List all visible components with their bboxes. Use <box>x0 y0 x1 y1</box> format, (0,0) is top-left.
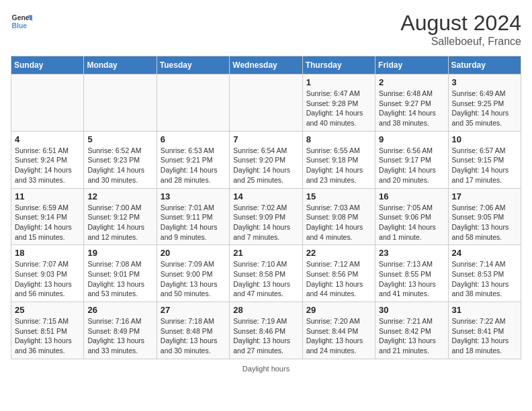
calendar-cell: 24Sunrise: 7:14 AM Sunset: 8:53 PM Dayli… <box>448 245 521 302</box>
day-number: 30 <box>379 305 444 315</box>
day-number: 10 <box>452 134 517 144</box>
day-number: 27 <box>161 305 226 315</box>
title-block: August 2024 Salleboeuf, France <box>400 11 521 48</box>
location-title: Salleboeuf, France <box>400 36 521 48</box>
day-info: Sunrise: 7:01 AM Sunset: 9:11 PM Dayligh… <box>161 203 226 242</box>
header-monday: Monday <box>84 56 157 75</box>
calendar-cell: 19Sunrise: 7:08 AM Sunset: 9:01 PM Dayli… <box>84 245 157 302</box>
calendar-cell: 21Sunrise: 7:10 AM Sunset: 8:58 PM Dayli… <box>230 245 302 302</box>
day-info: Sunrise: 6:53 AM Sunset: 9:21 PM Dayligh… <box>161 146 226 185</box>
header-thursday: Thursday <box>302 56 375 75</box>
day-number: 17 <box>452 191 517 201</box>
day-number: 22 <box>306 248 371 258</box>
calendar-cell: 29Sunrise: 7:20 AM Sunset: 8:44 PM Dayli… <box>302 302 375 359</box>
day-info: Sunrise: 6:47 AM Sunset: 9:28 PM Dayligh… <box>306 89 371 128</box>
day-number: 4 <box>15 134 80 144</box>
day-number: 28 <box>233 305 298 315</box>
day-info: Sunrise: 7:20 AM Sunset: 8:44 PM Dayligh… <box>306 316 371 356</box>
day-info: Sunrise: 6:51 AM Sunset: 9:24 PM Dayligh… <box>15 146 80 185</box>
calendar-cell: 22Sunrise: 7:12 AM Sunset: 8:56 PM Dayli… <box>302 245 375 302</box>
calendar-cell: 2Sunrise: 6:48 AM Sunset: 9:27 PM Daylig… <box>375 75 448 132</box>
calendar-cell: 12Sunrise: 7:00 AM Sunset: 9:12 PM Dayli… <box>84 188 157 245</box>
calendar-cell <box>84 75 157 132</box>
calendar-cell: 4Sunrise: 6:51 AM Sunset: 9:24 PM Daylig… <box>11 131 84 188</box>
calendar-cell: 16Sunrise: 7:05 AM Sunset: 9:06 PM Dayli… <box>375 188 448 245</box>
calendar-cell: 31Sunrise: 7:22 AM Sunset: 8:41 PM Dayli… <box>448 302 521 359</box>
day-number: 13 <box>161 191 226 201</box>
day-info: Sunrise: 7:00 AM Sunset: 9:12 PM Dayligh… <box>87 203 152 242</box>
day-info: Sunrise: 7:09 AM Sunset: 9:00 PM Dayligh… <box>161 259 226 299</box>
calendar-cell: 30Sunrise: 7:21 AM Sunset: 8:42 PM Dayli… <box>375 302 448 359</box>
day-info: Sunrise: 6:49 AM Sunset: 9:25 PM Dayligh… <box>452 89 517 128</box>
calendar-cell: 18Sunrise: 7:07 AM Sunset: 9:03 PM Dayli… <box>11 245 84 302</box>
header-tuesday: Tuesday <box>157 56 229 75</box>
calendar-cell: 8Sunrise: 6:55 AM Sunset: 9:18 PM Daylig… <box>302 131 375 188</box>
calendar-cell <box>157 75 229 132</box>
calendar-cell: 7Sunrise: 6:54 AM Sunset: 9:20 PM Daylig… <box>230 131 302 188</box>
month-year-title: August 2024 <box>400 11 521 36</box>
day-number: 15 <box>306 191 371 201</box>
calendar-cell: 26Sunrise: 7:16 AM Sunset: 8:49 PM Dayli… <box>84 302 157 359</box>
day-number: 8 <box>306 134 371 144</box>
day-info: Sunrise: 7:10 AM Sunset: 8:58 PM Dayligh… <box>233 259 298 299</box>
day-info: Sunrise: 7:15 AM Sunset: 8:51 PM Dayligh… <box>15 316 80 356</box>
calendar-cell: 13Sunrise: 7:01 AM Sunset: 9:11 PM Dayli… <box>157 188 229 245</box>
header-saturday: Saturday <box>448 56 521 75</box>
day-info: Sunrise: 7:03 AM Sunset: 9:08 PM Dayligh… <box>306 203 371 242</box>
day-number: 7 <box>233 134 298 144</box>
calendar-cell: 1Sunrise: 6:47 AM Sunset: 9:28 PM Daylig… <box>302 75 375 132</box>
header-wednesday: Wednesday <box>230 56 302 75</box>
day-info: Sunrise: 7:21 AM Sunset: 8:42 PM Dayligh… <box>379 316 444 356</box>
calendar-cell: 28Sunrise: 7:19 AM Sunset: 8:46 PM Dayli… <box>230 302 302 359</box>
day-info: Sunrise: 7:02 AM Sunset: 9:09 PM Dayligh… <box>233 203 298 242</box>
calendar-week-row: 1Sunrise: 6:47 AM Sunset: 9:28 PM Daylig… <box>11 75 521 132</box>
day-info: Sunrise: 6:56 AM Sunset: 9:17 PM Dayligh… <box>379 146 444 185</box>
calendar-header-row: SundayMondayTuesdayWednesdayThursdayFrid… <box>11 56 521 75</box>
day-info: Sunrise: 7:12 AM Sunset: 8:56 PM Dayligh… <box>306 259 371 299</box>
day-number: 16 <box>379 191 444 201</box>
day-number: 19 <box>87 248 152 258</box>
calendar-table: SundayMondayTuesdayWednesdayThursdayFrid… <box>11 56 521 359</box>
calendar-week-row: 11Sunrise: 6:59 AM Sunset: 9:14 PM Dayli… <box>11 188 521 245</box>
calendar-cell: 15Sunrise: 7:03 AM Sunset: 9:08 PM Dayli… <box>302 188 375 245</box>
day-number: 21 <box>233 248 298 258</box>
day-info: Sunrise: 7:14 AM Sunset: 8:53 PM Dayligh… <box>452 259 517 299</box>
header-friday: Friday <box>375 56 448 75</box>
day-info: Sunrise: 7:06 AM Sunset: 9:05 PM Dayligh… <box>452 203 517 242</box>
day-number: 14 <box>233 191 298 201</box>
header-sunday: Sunday <box>11 56 84 75</box>
calendar-cell: 27Sunrise: 7:18 AM Sunset: 8:48 PM Dayli… <box>157 302 229 359</box>
day-info: Sunrise: 7:18 AM Sunset: 8:48 PM Dayligh… <box>161 316 226 356</box>
day-info: Sunrise: 6:57 AM Sunset: 9:15 PM Dayligh… <box>452 146 517 185</box>
calendar-cell: 14Sunrise: 7:02 AM Sunset: 9:09 PM Dayli… <box>230 188 302 245</box>
day-number: 29 <box>306 305 371 315</box>
day-info: Sunrise: 7:05 AM Sunset: 9:06 PM Dayligh… <box>379 203 444 242</box>
calendar-footer: Daylight hours <box>11 365 521 373</box>
day-number: 11 <box>15 191 80 201</box>
day-info: Sunrise: 6:48 AM Sunset: 9:27 PM Dayligh… <box>379 89 444 128</box>
calendar-cell: 3Sunrise: 6:49 AM Sunset: 9:25 PM Daylig… <box>448 75 521 132</box>
day-info: Sunrise: 7:13 AM Sunset: 8:55 PM Dayligh… <box>379 259 444 299</box>
calendar-cell: 10Sunrise: 6:57 AM Sunset: 9:15 PM Dayli… <box>448 131 521 188</box>
day-info: Sunrise: 6:55 AM Sunset: 9:18 PM Dayligh… <box>306 146 371 185</box>
day-number: 26 <box>87 305 152 315</box>
day-number: 1 <box>306 77 371 87</box>
day-number: 2 <box>379 77 444 87</box>
day-number: 5 <box>87 134 152 144</box>
day-info: Sunrise: 7:07 AM Sunset: 9:03 PM Dayligh… <box>15 259 80 299</box>
day-number: 31 <box>452 305 517 315</box>
day-number: 25 <box>15 305 80 315</box>
logo: General Blue <box>11 11 32 32</box>
day-number: 23 <box>379 248 444 258</box>
calendar-cell <box>11 75 84 132</box>
page-header: General Blue August 2024 Salleboeuf, Fra… <box>11 11 521 48</box>
day-info: Sunrise: 6:54 AM Sunset: 9:20 PM Dayligh… <box>233 146 298 185</box>
day-number: 18 <box>15 248 80 258</box>
day-number: 20 <box>161 248 226 258</box>
day-info: Sunrise: 6:52 AM Sunset: 9:23 PM Dayligh… <box>87 146 152 185</box>
calendar-cell: 5Sunrise: 6:52 AM Sunset: 9:23 PM Daylig… <box>84 131 157 188</box>
daylight-label: Daylight hours <box>242 365 290 373</box>
calendar-week-row: 4Sunrise: 6:51 AM Sunset: 9:24 PM Daylig… <box>11 131 521 188</box>
svg-text:Blue: Blue <box>12 22 28 30</box>
calendar-cell: 9Sunrise: 6:56 AM Sunset: 9:17 PM Daylig… <box>375 131 448 188</box>
